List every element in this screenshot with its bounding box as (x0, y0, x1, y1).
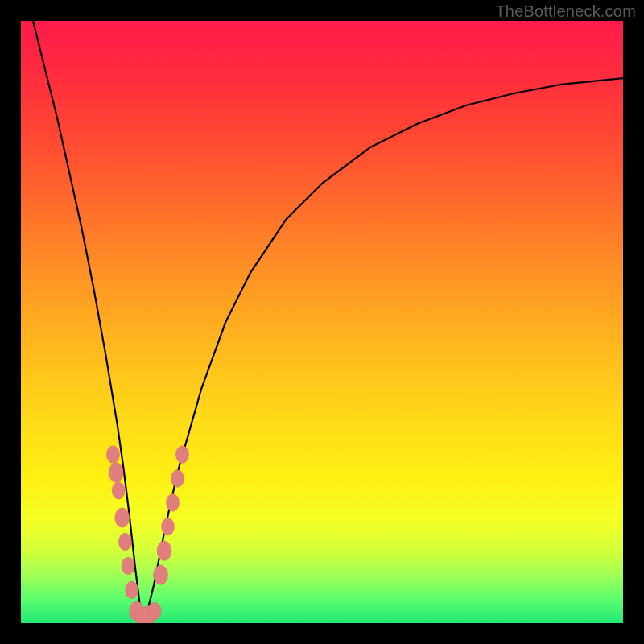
marker-layer (106, 446, 188, 623)
data-marker (106, 446, 119, 464)
data-marker (167, 494, 180, 512)
data-marker (148, 602, 161, 620)
data-marker (175, 446, 188, 464)
data-marker (122, 557, 134, 575)
data-marker (118, 533, 131, 551)
data-marker (154, 565, 168, 584)
watermark-text: TheBottleneck.com (495, 2, 636, 21)
data-marker (157, 541, 171, 560)
data-marker (171, 470, 184, 488)
data-marker (162, 518, 175, 536)
chart-svg (21, 21, 623, 623)
data-marker (109, 463, 123, 482)
data-marker (126, 581, 138, 599)
chart-frame: TheBottleneck.com (0, 0, 644, 644)
data-marker (115, 508, 130, 527)
plot-area (21, 21, 623, 623)
data-marker (112, 482, 125, 500)
